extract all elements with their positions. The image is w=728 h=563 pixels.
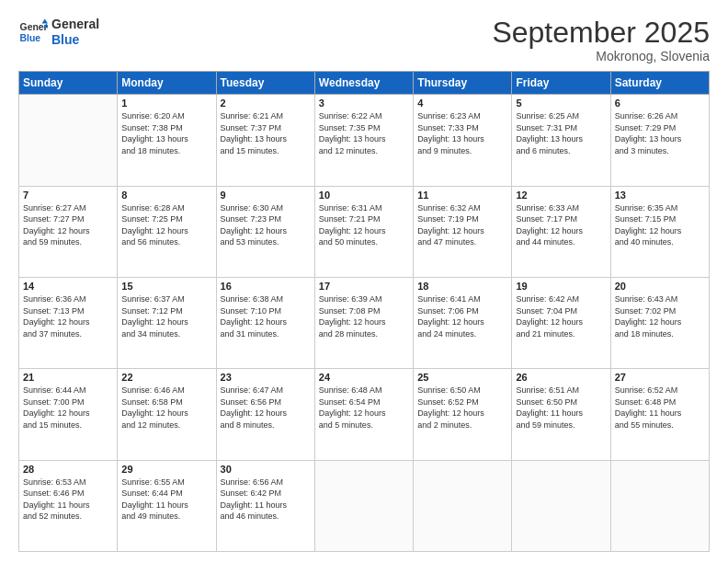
day-number: 27 — [615, 372, 705, 383]
day-info: Sunrise: 6:53 AM Sunset: 6:46 PM Dayligh… — [23, 477, 113, 523]
day-info: Sunrise: 6:35 AM Sunset: 7:15 PM Dayligh… — [615, 202, 705, 248]
day-info: Sunrise: 6:48 AM Sunset: 6:54 PM Dayligh… — [319, 385, 409, 431]
day-number: 30 — [221, 464, 311, 475]
day-cell: 3Sunrise: 6:22 AM Sunset: 7:35 PM Daylig… — [314, 95, 413, 186]
day-cell: 1Sunrise: 6:20 AM Sunset: 7:38 PM Daylig… — [118, 95, 216, 186]
day-number: 6 — [615, 98, 705, 109]
day-cell: 16Sunrise: 6:38 AM Sunset: 7:10 PM Dayli… — [216, 277, 314, 368]
day-info: Sunrise: 6:20 AM Sunset: 7:38 PM Dayligh… — [121, 110, 211, 156]
day-number: 1 — [121, 98, 211, 109]
day-number: 22 — [121, 372, 211, 383]
day-number: 14 — [23, 281, 113, 292]
day-number: 2 — [221, 98, 311, 109]
day-cell: 29Sunrise: 6:55 AM Sunset: 6:44 PM Dayli… — [118, 460, 216, 551]
day-info: Sunrise: 6:25 AM Sunset: 7:31 PM Dayligh… — [516, 110, 606, 156]
col-header-monday: Monday — [118, 72, 216, 95]
calendar-table: SundayMondayTuesdayWednesdayThursdayFrid… — [18, 71, 710, 552]
day-cell — [19, 95, 118, 186]
day-info: Sunrise: 6:21 AM Sunset: 7:37 PM Dayligh… — [221, 110, 311, 156]
day-info: Sunrise: 6:39 AM Sunset: 7:08 PM Dayligh… — [319, 293, 409, 339]
day-cell: 15Sunrise: 6:37 AM Sunset: 7:12 PM Dayli… — [118, 277, 216, 368]
day-info: Sunrise: 6:55 AM Sunset: 6:44 PM Dayligh… — [121, 477, 211, 523]
header: General Blue General Blue September 2025… — [18, 17, 710, 63]
day-info: Sunrise: 6:47 AM Sunset: 6:56 PM Dayligh… — [221, 385, 311, 431]
day-number: 21 — [23, 372, 113, 383]
day-cell: 7Sunrise: 6:27 AM Sunset: 7:27 PM Daylig… — [19, 186, 118, 277]
day-number: 20 — [615, 281, 705, 292]
col-header-thursday: Thursday — [414, 72, 512, 95]
day-info: Sunrise: 6:22 AM Sunset: 7:35 PM Dayligh… — [319, 110, 409, 156]
week-row-4: 21Sunrise: 6:44 AM Sunset: 7:00 PM Dayli… — [19, 369, 710, 460]
calendar-header-row: SundayMondayTuesdayWednesdayThursdayFrid… — [19, 72, 710, 95]
day-info: Sunrise: 6:36 AM Sunset: 7:13 PM Dayligh… — [23, 293, 113, 339]
day-number: 19 — [516, 281, 606, 292]
day-cell — [610, 460, 709, 551]
day-cell: 11Sunrise: 6:32 AM Sunset: 7:19 PM Dayli… — [414, 186, 512, 277]
day-cell: 2Sunrise: 6:21 AM Sunset: 7:37 PM Daylig… — [216, 95, 314, 186]
logo-icon: General Blue — [18, 17, 48, 47]
day-cell: 18Sunrise: 6:41 AM Sunset: 7:06 PM Dayli… — [414, 277, 512, 368]
day-info: Sunrise: 6:44 AM Sunset: 7:00 PM Dayligh… — [23, 385, 113, 431]
day-cell: 30Sunrise: 6:56 AM Sunset: 6:42 PM Dayli… — [216, 460, 314, 551]
day-cell: 4Sunrise: 6:23 AM Sunset: 7:33 PM Daylig… — [414, 95, 512, 186]
day-info: Sunrise: 6:42 AM Sunset: 7:04 PM Dayligh… — [516, 293, 606, 339]
day-cell: 13Sunrise: 6:35 AM Sunset: 7:15 PM Dayli… — [610, 186, 709, 277]
col-header-wednesday: Wednesday — [314, 72, 413, 95]
day-cell: 26Sunrise: 6:51 AM Sunset: 6:50 PM Dayli… — [512, 369, 610, 460]
day-cell: 10Sunrise: 6:31 AM Sunset: 7:21 PM Dayli… — [314, 186, 413, 277]
day-info: Sunrise: 6:56 AM Sunset: 6:42 PM Dayligh… — [221, 477, 311, 523]
col-header-friday: Friday — [512, 72, 610, 95]
day-cell: 25Sunrise: 6:50 AM Sunset: 6:52 PM Dayli… — [414, 369, 512, 460]
day-number: 29 — [121, 464, 211, 475]
day-info: Sunrise: 6:23 AM Sunset: 7:33 PM Dayligh… — [417, 110, 507, 156]
day-cell: 28Sunrise: 6:53 AM Sunset: 6:46 PM Dayli… — [19, 460, 118, 551]
day-info: Sunrise: 6:27 AM Sunset: 7:27 PM Dayligh… — [23, 202, 113, 248]
day-number: 4 — [417, 98, 507, 109]
day-number: 26 — [516, 372, 606, 383]
day-cell — [414, 460, 512, 551]
day-info: Sunrise: 6:37 AM Sunset: 7:12 PM Dayligh… — [121, 293, 211, 339]
day-info: Sunrise: 6:51 AM Sunset: 6:50 PM Dayligh… — [516, 385, 606, 431]
logo-blue: Blue — [51, 32, 99, 48]
day-info: Sunrise: 6:41 AM Sunset: 7:06 PM Dayligh… — [417, 293, 507, 339]
day-number: 8 — [121, 190, 211, 201]
day-number: 5 — [516, 98, 606, 109]
day-cell: 14Sunrise: 6:36 AM Sunset: 7:13 PM Dayli… — [19, 277, 118, 368]
day-number: 11 — [417, 190, 507, 201]
day-cell: 23Sunrise: 6:47 AM Sunset: 6:56 PM Dayli… — [216, 369, 314, 460]
day-number: 12 — [516, 190, 606, 201]
day-cell: 24Sunrise: 6:48 AM Sunset: 6:54 PM Dayli… — [314, 369, 413, 460]
week-row-3: 14Sunrise: 6:36 AM Sunset: 7:13 PM Dayli… — [19, 277, 710, 368]
day-number: 9 — [221, 190, 311, 201]
col-header-saturday: Saturday — [610, 72, 709, 95]
logo-general: General — [51, 17, 99, 32]
day-number: 16 — [221, 281, 311, 292]
day-number: 15 — [121, 281, 211, 292]
day-cell: 20Sunrise: 6:43 AM Sunset: 7:02 PM Dayli… — [610, 277, 709, 368]
week-row-5: 28Sunrise: 6:53 AM Sunset: 6:46 PM Dayli… — [19, 460, 710, 551]
day-info: Sunrise: 6:30 AM Sunset: 7:23 PM Dayligh… — [221, 202, 311, 248]
day-number: 24 — [319, 372, 409, 383]
day-cell: 17Sunrise: 6:39 AM Sunset: 7:08 PM Dayli… — [314, 277, 413, 368]
day-cell: 6Sunrise: 6:26 AM Sunset: 7:29 PM Daylig… — [610, 95, 709, 186]
day-number: 13 — [615, 190, 705, 201]
day-number: 7 — [23, 190, 113, 201]
day-info: Sunrise: 6:31 AM Sunset: 7:21 PM Dayligh… — [319, 202, 409, 248]
day-cell: 21Sunrise: 6:44 AM Sunset: 7:00 PM Dayli… — [19, 369, 118, 460]
svg-marker-2 — [42, 18, 48, 23]
day-info: Sunrise: 6:50 AM Sunset: 6:52 PM Dayligh… — [417, 385, 507, 431]
day-cell: 9Sunrise: 6:30 AM Sunset: 7:23 PM Daylig… — [216, 186, 314, 277]
day-cell: 12Sunrise: 6:33 AM Sunset: 7:17 PM Dayli… — [512, 186, 610, 277]
day-info: Sunrise: 6:52 AM Sunset: 6:48 PM Dayligh… — [615, 385, 705, 431]
location: Mokronog, Slovenia — [492, 49, 710, 63]
day-cell: 27Sunrise: 6:52 AM Sunset: 6:48 PM Dayli… — [610, 369, 709, 460]
week-row-2: 7Sunrise: 6:27 AM Sunset: 7:27 PM Daylig… — [19, 186, 710, 277]
day-number: 25 — [417, 372, 507, 383]
week-row-1: 1Sunrise: 6:20 AM Sunset: 7:38 PM Daylig… — [19, 95, 710, 186]
day-cell — [314, 460, 413, 551]
title-block: September 2025 Mokronog, Slovenia — [492, 17, 710, 63]
col-header-sunday: Sunday — [19, 72, 118, 95]
day-number: 17 — [319, 281, 409, 292]
page: General Blue General Blue September 2025… — [0, 0, 728, 563]
month-title: September 2025 — [492, 17, 710, 49]
